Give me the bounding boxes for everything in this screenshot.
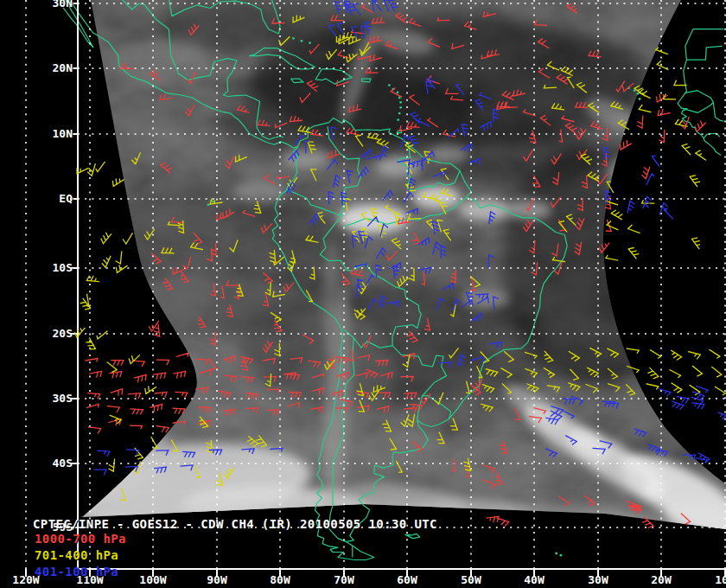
lon-tick-label: 70W [325, 574, 363, 586]
imagery-layer [0, 0, 726, 588]
legend-item-low: 1000-700 hPa [35, 532, 126, 546]
lat-tick-label: 10S [28, 262, 73, 274]
lon-tick-label: 90W [198, 574, 236, 586]
wind-barb-cluster-mid [75, 294, 156, 393]
lat-tick-label: 20S [28, 328, 73, 340]
lon-tick-label: 100W [134, 574, 172, 586]
lat-tick-label: 10N [28, 128, 73, 140]
lon-tick-label: 40W [515, 574, 553, 586]
legend-item-high: 401-100 hPa [35, 565, 118, 578]
lon-tick-label: 30W [579, 574, 617, 586]
lon-tick-label: 10W [706, 574, 726, 586]
lat-tick-label: 30S [28, 393, 73, 405]
map-title: CPTEC/INPE - GOES12 - CDW CH4 (IR) 20100… [33, 517, 437, 531]
lat-tick-label: EQ [28, 193, 73, 205]
lon-tick-label: 50W [452, 574, 490, 586]
lat-tick-label: 30N [28, 0, 73, 10]
lon-tick-label: 20W [642, 574, 680, 586]
satellite-wind-product: 30N20N10NEQ10S20S30S40S50S 120W110W100W9… [0, 0, 726, 588]
lon-tick-label: 80W [261, 574, 299, 586]
lat-tick-label: 20N [28, 62, 73, 74]
satellite-map-canvas [0, 0, 726, 588]
lon-tick-label: 60W [388, 574, 426, 586]
lat-tick-label: 40S [28, 457, 73, 470]
legend-item-mid: 701-400 hPa [35, 548, 118, 562]
